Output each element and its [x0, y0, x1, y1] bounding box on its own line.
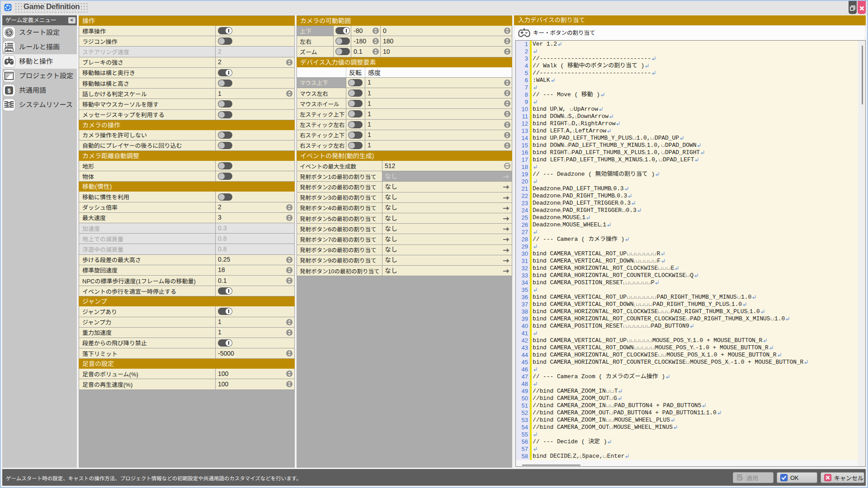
svg-text:S: S [7, 102, 10, 108]
svg-text:$: $ [7, 87, 11, 94]
svg-text:S: S [7, 29, 11, 36]
